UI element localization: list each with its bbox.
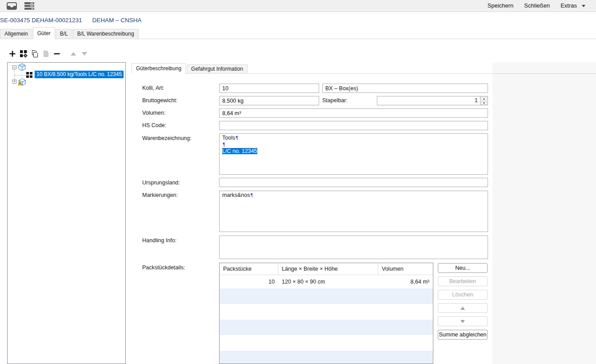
volumen-field[interactable] xyxy=(219,108,488,118)
packstueckdetails-label: Packstückdetails: xyxy=(142,264,185,271)
shipment-route: DEHAM – CNSHA xyxy=(92,17,141,24)
tree-expander-expand[interactable]: + xyxy=(12,80,16,84)
cell-dimensions: 120 × 80 × 90 cm xyxy=(278,279,378,285)
packstueck-table[interactable]: Packstücke Länge × Breite × Höhe Volumen… xyxy=(219,263,433,364)
reconcile-sum-button[interactable]: Summe abgleichen xyxy=(438,330,488,340)
empty-row xyxy=(220,320,433,335)
markierungen-line1: marks&nos xyxy=(222,192,250,198)
chevron-down-icon xyxy=(582,5,585,7)
cell-volumen: 8,64 m³ xyxy=(378,279,433,285)
remove-item-icon[interactable] xyxy=(52,49,61,58)
warenbezeichnung-selected-text: L/C no. 12345 xyxy=(222,148,257,154)
topbar-actions: Speichern Schließen Extras xyxy=(482,0,596,12)
markierungen-textarea[interactable]: marks&nos¶ xyxy=(219,191,488,232)
volumen-label: Volumen: xyxy=(142,110,165,116)
message-stack-icon[interactable] xyxy=(24,2,35,10)
handling-info-label: Handling Info: xyxy=(142,237,176,244)
detail-tab-strip: Güterbeschreibung Gefahrgut Information xyxy=(132,64,596,74)
extras-menu-button[interactable]: Extras xyxy=(555,0,579,12)
tab-gueter[interactable]: Güter xyxy=(33,27,55,39)
hs-code-label: HS Code: xyxy=(142,122,166,128)
shipment-reference: SE-003475 DEHAM-00021231 xyxy=(0,17,82,24)
arrow-down-icon xyxy=(460,320,465,323)
stepper-up-icon[interactable]: ▲ xyxy=(481,97,487,100)
tab-bl-warenbeschreibung[interactable]: B/L Warenbeschreibung xyxy=(73,29,139,39)
kolli-count-field[interactable] xyxy=(219,84,319,93)
stapelbar-label: Stapelbar: xyxy=(322,97,348,104)
stepper-down-icon[interactable]: ▼ xyxy=(481,101,487,105)
tab-gefahrgut-information[interactable]: Gefahrgut Information xyxy=(187,64,248,73)
content-background xyxy=(492,62,596,364)
arrow-up-icon xyxy=(460,307,465,310)
breadcrumb: SE-003475 DEHAM-00021231 DEHAM – CNSHA xyxy=(0,17,141,25)
move-up-icon-disabled xyxy=(69,49,78,58)
goods-tree[interactable]: − 10 BX/8.500 kg/Tools L/C no. 12345 + xyxy=(7,62,126,364)
stapelbar-value[interactable]: 1 xyxy=(377,96,480,105)
handling-info-textarea[interactable] xyxy=(219,236,488,259)
goods-tree-toolbar xyxy=(8,49,91,58)
row-move-up-button xyxy=(438,303,488,313)
edit-button: Bearbeiten xyxy=(438,276,488,286)
kolli-type-field[interactable] xyxy=(322,84,488,93)
tab-gueterbeschreibung[interactable]: Güterbeschreibung xyxy=(132,63,186,74)
ursprungsland-field[interactable] xyxy=(219,178,488,187)
paste-icon-disabled xyxy=(41,49,50,58)
add-multiple-items-icon[interactable] xyxy=(19,49,28,58)
hs-code-field[interactable] xyxy=(219,121,488,130)
ursprungsland-label: Ursprungsland: xyxy=(142,180,180,186)
bruttogewicht-label: Bruttogewicht: xyxy=(142,97,177,104)
top-action-bar: Speichern Schließen Extras xyxy=(0,0,596,12)
bruttogewicht-field[interactable] xyxy=(219,96,319,105)
empty-row xyxy=(220,351,433,364)
column-header-packstuecke[interactable]: Packstücke xyxy=(220,263,278,275)
tree-connector xyxy=(15,75,25,76)
empty-row xyxy=(220,335,433,351)
tree-expander-collapse[interactable]: − xyxy=(12,65,16,69)
tree-item-selected[interactable]: 10 BX/8.500 kg/Tools L/C no. 12345 xyxy=(35,71,124,78)
close-button[interactable]: Schließen xyxy=(519,0,555,12)
warenbezeichnung-label: Warenbezeichnung: xyxy=(142,135,192,141)
main-tab-strip: Allgemein Güter B/L B/L Warenbeschreibun… xyxy=(0,28,596,39)
row-move-down-button xyxy=(438,316,488,326)
goods-line-grid-icon[interactable] xyxy=(26,72,33,80)
packstueck-table-header: Packstücke Länge × Breite × Höhe Volumen xyxy=(220,263,433,275)
shipment-editor-window: Speichern Schließen Extras SE-003475 DEH… xyxy=(0,0,596,364)
warenbezeichnung-textarea[interactable]: Tools¶ ¶ L/C no. 12345 xyxy=(219,133,488,175)
stapelbar-spin-buttons: ▲ ▼ xyxy=(480,96,488,105)
package-open-box-warning-icon[interactable] xyxy=(18,77,27,88)
delete-button: Löschen xyxy=(438,290,488,300)
add-item-icon[interactable] xyxy=(8,49,17,58)
tab-allgemein[interactable]: Allgemein xyxy=(0,29,32,39)
new-button[interactable]: Neu... xyxy=(438,263,488,273)
move-down-icon-disabled xyxy=(80,49,89,58)
package-cube-icon[interactable] xyxy=(18,63,26,73)
save-button[interactable]: Speichern xyxy=(482,0,519,12)
copy-icon[interactable] xyxy=(30,49,39,58)
pilcrow-icon: ¶ xyxy=(223,142,225,147)
empty-row xyxy=(220,304,433,320)
kolli-art-label: Kolli, Art: xyxy=(142,85,164,91)
empty-row xyxy=(220,288,433,304)
cell-packstuecke: 10 xyxy=(220,279,278,285)
markierungen-label: Markierungen: xyxy=(142,192,178,198)
column-header-dimensions[interactable]: Länge × Breite × Höhe xyxy=(278,263,378,275)
stapelbar-stepper[interactable]: 1 ▲ ▼ xyxy=(377,96,488,105)
table-row[interactable]: 10 120 × 80 × 90 cm 8,64 m³ xyxy=(220,275,433,288)
column-header-volumen[interactable]: Volumen xyxy=(378,263,433,275)
pilcrow-icon: ¶ xyxy=(251,192,253,198)
tab-bl[interactable]: B/L xyxy=(56,29,72,39)
inbox-tray-icon[interactable] xyxy=(6,2,17,10)
pilcrow-icon: ¶ xyxy=(236,135,238,140)
warenbezeichnung-line1: Tools xyxy=(222,135,235,141)
